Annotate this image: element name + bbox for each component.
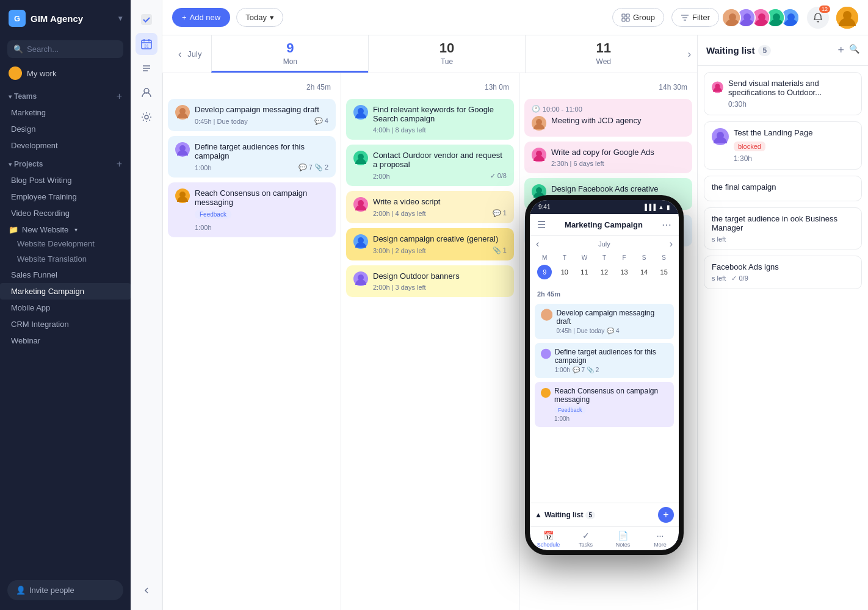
sidebar-item-design[interactable]: Design: [0, 121, 131, 137]
day-col-tue: 13h 0m Find relevant keywords for Google…: [341, 73, 519, 610]
task-tag: Feedback: [195, 210, 231, 219]
waiting-item[interactable]: Send visual materials and specifications…: [704, 72, 862, 115]
task-avatar: [353, 197, 368, 212]
task-title: Design campaign creative (general): [373, 234, 507, 243]
svg-point-60: [541, 388, 551, 398]
filter-button[interactable]: Filter: [671, 8, 719, 27]
add-team-button[interactable]: +: [117, 91, 122, 102]
toolbar-list[interactable]: [136, 57, 157, 79]
my-work-item[interactable]: My work: [0, 62, 131, 85]
mobile-add-button[interactable]: +: [658, 507, 674, 523]
sidebar-item-website-translation[interactable]: Website Translation: [0, 251, 131, 267]
mobile-more-icon[interactable]: ⋯: [662, 219, 671, 231]
mobile-waiting-title: ▲ Waiting list 5: [535, 511, 595, 519]
search-waiting-button[interactable]: 🔍: [849, 44, 859, 57]
chevron-up-icon: ▲: [535, 511, 542, 519]
waiting-item[interactable]: the target audience in ook Business Mana…: [704, 207, 862, 249]
task-card[interactable]: Write ad copy for Google Ads 2:30h | 6 d…: [524, 142, 692, 173]
task-meta: 2:00h | 4 days left 💬 1: [373, 209, 507, 217]
mobile-task-tag: Feedback: [554, 406, 586, 414]
group-button[interactable]: Group: [612, 8, 664, 27]
sidebar-item-marketing[interactable]: Marketing: [0, 104, 131, 121]
task-card[interactable]: Reach Consensus on campaign messaging Fe…: [168, 182, 336, 237]
mobile-nav-schedule[interactable]: 📅 Schedule: [530, 531, 567, 548]
sidebar-search[interactable]: 🔍 Search...: [7, 40, 123, 58]
task-card[interactable]: Design Outdoor banners 2:00h | 3 days le…: [346, 265, 514, 297]
task-card[interactable]: Develop campaign messaging draft 0:45h |…: [168, 99, 336, 131]
mobile-date-14[interactable]: 14: [637, 265, 651, 279]
mobile-date-11[interactable]: 11: [577, 265, 591, 279]
mobile-date-15[interactable]: 15: [657, 265, 671, 279]
sidebar-item-new-website[interactable]: 📁 New Website ▾: [0, 221, 131, 236]
task-card[interactable]: Write a video script 2:00h | 4 days left…: [346, 191, 514, 223]
app-logo[interactable]: G GIM Agency ▾: [0, 0, 131, 37]
calendar-header: ‹ July 9 Mon 10 Tue 11 Wed: [162, 35, 697, 73]
sidebar-item-employee-training[interactable]: Employee Training: [0, 188, 131, 205]
mobile-app-title: Marketing Campaign: [565, 220, 643, 229]
add-new-button[interactable]: + Add new: [172, 8, 230, 27]
toolbar-person[interactable]: [136, 82, 157, 104]
task-card[interactable]: Define target audiences for this campaig…: [168, 136, 336, 178]
waiting-item[interactable]: Test the Landing Page blocked 1:30h: [704, 121, 862, 170]
event-card[interactable]: 🕐 10:00 - 11:00 Meeting with JCD agency: [524, 99, 692, 137]
tasks-icon: ✓: [582, 531, 590, 540]
mobile-bottom-nav: 📅 Schedule ✓ Tasks 📄 Notes ··· More: [530, 526, 679, 550]
mobile-date-12[interactable]: 12: [597, 265, 612, 279]
toolbar-collapse[interactable]: [136, 580, 157, 601]
mobile-month: July: [598, 240, 610, 248]
task-meta: s left ✓ 0/9: [712, 274, 854, 282]
mobile-nav-notes[interactable]: 📄 Notes: [604, 531, 642, 548]
today-button[interactable]: Today ▾: [236, 8, 283, 27]
sidebar-item-marketing-campaign[interactable]: Marketing Campaign: [0, 283, 131, 300]
mobile-nav-more[interactable]: ··· More: [642, 531, 679, 548]
add-project-button[interactable]: +: [117, 159, 122, 170]
sidebar-item-sales-funnel[interactable]: Sales Funnel: [0, 267, 131, 283]
sidebar-item-mobile-app[interactable]: Mobile App: [0, 300, 131, 316]
mobile-prev-icon[interactable]: ‹: [536, 239, 539, 249]
mobile-menu-icon[interactable]: ☰: [537, 219, 546, 231]
waiting-item[interactable]: the final campaign: [704, 176, 862, 201]
svg-rect-11: [622, 14, 625, 17]
sidebar-item-website-development[interactable]: Website Development: [0, 236, 131, 251]
mobile-nav-tasks[interactable]: ✓ Tasks: [567, 531, 604, 548]
add-waiting-button[interactable]: +: [837, 44, 844, 57]
today-label: Today: [245, 13, 267, 22]
mobile-date-9[interactable]: 9: [537, 265, 552, 279]
day-header-wed[interactable]: 11 Wed: [525, 35, 682, 73]
toolbar-calendar[interactable]: 31: [136, 33, 157, 55]
task-avatar: [353, 271, 368, 286]
mobile-date-13[interactable]: 13: [617, 265, 632, 279]
next-arrow[interactable]: ›: [682, 35, 697, 73]
task-meta: 4:00h | 8 days left: [373, 126, 507, 134]
sidebar-item-blog-post-writing[interactable]: Blog Post Writing: [0, 172, 131, 188]
notification-button[interactable]: 12: [807, 7, 829, 29]
prev-arrow[interactable]: ‹: [172, 49, 187, 60]
sidebar-item-video-recording[interactable]: Video Recording: [0, 205, 131, 221]
invite-people-button[interactable]: 👤 Invite people: [7, 580, 123, 600]
mobile-top-bar: ☰ Marketing Campaign ⋯: [530, 214, 679, 236]
day-header-mon[interactable]: 9 Mon: [211, 35, 368, 73]
mobile-task-card[interactable]: Develop campaign messaging draft 0:45h |…: [535, 304, 674, 339]
task-card[interactable]: Design campaign creative (general) 3:00h…: [346, 228, 514, 260]
user-avatar[interactable]: [836, 7, 858, 29]
toolbar-settings[interactable]: [136, 106, 157, 128]
mobile-next-icon[interactable]: ›: [670, 239, 673, 249]
sidebar-item-development[interactable]: Development: [0, 137, 131, 154]
mobile-dates-row: 9 10 11 12 13 14 15: [530, 264, 679, 283]
mobile-task-card[interactable]: Reach Consensus on campaign messaging Fe…: [535, 382, 674, 427]
day-header-tue[interactable]: 10 Tue: [368, 35, 525, 73]
toolbar-check[interactable]: [136, 9, 157, 30]
sidebar-item-webinar[interactable]: Webinar: [0, 332, 131, 349]
task-card[interactable]: Find relevant keywords for Google Search…: [346, 99, 514, 140]
calendar-area: ‹ July 9 Mon 10 Tue 11 Wed: [162, 35, 868, 610]
sidebar-item-crm-integration[interactable]: CRM Integration: [0, 316, 131, 332]
search-placeholder: Search...: [27, 45, 59, 54]
task-card[interactable]: Contact Ourdoor vendor and request a pro…: [346, 145, 514, 186]
avatar-1[interactable]: [722, 8, 741, 27]
task-meta: 0:45h | Due today 💬 4: [195, 117, 328, 125]
waiting-item[interactable]: Facebook Ads igns s left ✓ 0/9: [704, 256, 862, 289]
mobile-task-avatar: [541, 348, 551, 360]
mobile-date-10[interactable]: 10: [557, 265, 572, 279]
mobile-task-card[interactable]: Define target audiences for this campaig…: [535, 343, 674, 378]
logo-icon: G: [9, 10, 26, 27]
